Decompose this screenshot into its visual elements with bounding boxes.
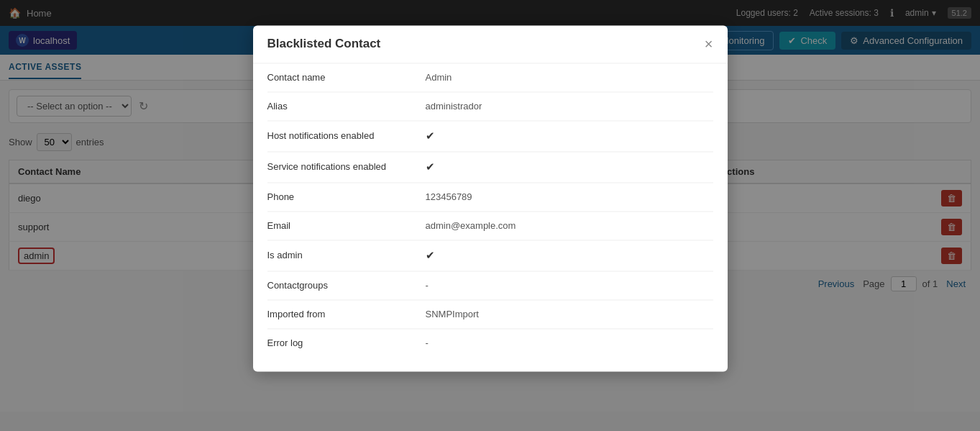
modal-field-row: Emailadmin@example.com	[267, 212, 713, 240]
modal-field-value: ✔	[426, 130, 713, 142]
modal-field-label: Host notifications enabled	[267, 130, 426, 141]
modal-field-row: Phone123456789	[267, 183, 713, 212]
modal-field-row: Imported fromSNMPImport	[267, 300, 713, 329]
modal-field-label: Contactgroups	[267, 280, 426, 291]
modal-field-value: 123456789	[426, 191, 713, 202]
modal-field-row: Is admin✔	[267, 240, 713, 271]
modal-field-label: Service notifications enabled	[267, 161, 426, 172]
modal-field-value: ✔	[426, 160, 713, 173]
modal-field-label: Is admin	[267, 250, 426, 260]
checkmark-icon: ✔	[426, 130, 435, 142]
checkmark-icon: ✔	[426, 249, 435, 261]
modal-title: Blacklisted Contact	[267, 37, 381, 51]
modal-close-button[interactable]: ×	[705, 37, 713, 51]
modal-field-label: Alias	[267, 101, 426, 112]
modal-field-row: Host notifications enabled✔	[267, 121, 713, 152]
modal-body: Contact nameAdminAliasadministradorHost …	[253, 63, 728, 371]
modal-field-label: Email	[267, 220, 426, 231]
modal-field-label: Imported from	[267, 309, 426, 319]
modal-field-value: -	[426, 337, 713, 348]
modal-field-label: Error log	[267, 337, 426, 348]
modal-field-row: Service notifications enabled✔	[267, 152, 713, 183]
modal-field-row: Aliasadministrador	[267, 92, 713, 121]
modal-field-row: Contactgroups-	[267, 271, 713, 300]
modal-field-label: Contact name	[267, 72, 426, 83]
modal-field-value: -	[426, 280, 713, 291]
blacklisted-contact-modal: Blacklisted Contact × Contact nameAdminA…	[253, 25, 728, 371]
modal-field-value: ✔	[426, 249, 713, 262]
modal-header: Blacklisted Contact ×	[253, 25, 728, 63]
modal-field-label: Phone	[267, 191, 426, 202]
modal-field-row: Contact nameAdmin	[267, 63, 713, 92]
checkmark-icon: ✔	[426, 160, 435, 173]
modal-field-value: Admin	[426, 72, 713, 83]
modal-field-row: Error log-	[267, 329, 713, 357]
modal-field-value: administrador	[426, 101, 713, 112]
modal-field-value: SNMPImport	[426, 309, 713, 319]
modal-field-value: admin@example.com	[426, 220, 713, 231]
